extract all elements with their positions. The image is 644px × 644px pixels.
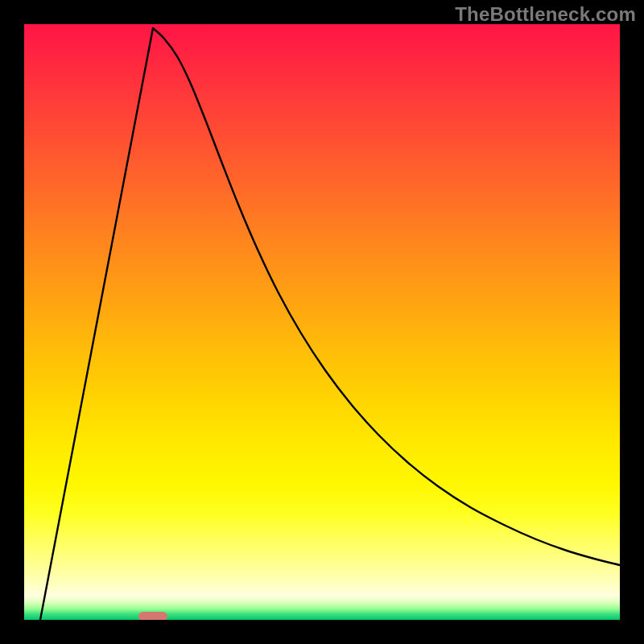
minimum-marker (138, 612, 167, 620)
watermark-text: TheBottleneck.com (455, 3, 636, 26)
chart-svg (24, 24, 620, 620)
chart-frame: TheBottleneck.com (0, 0, 644, 644)
bottleneck-curve (40, 28, 620, 620)
plot-area (24, 24, 620, 620)
